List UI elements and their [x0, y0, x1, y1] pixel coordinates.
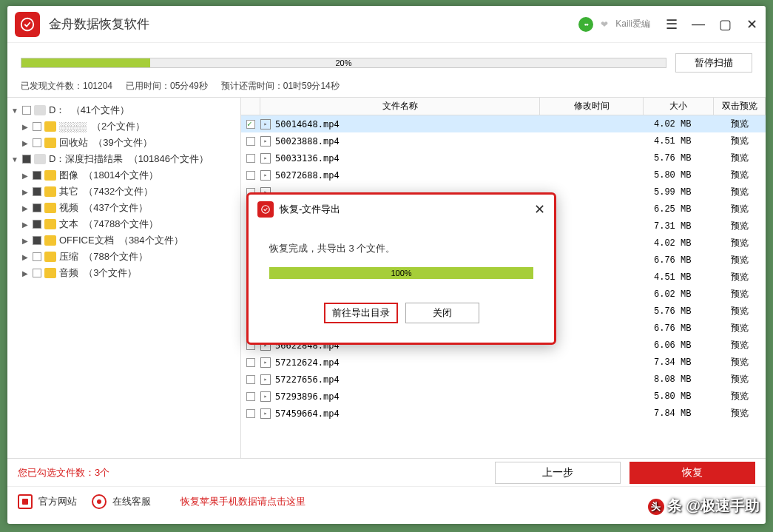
file-name: 50014648.mp4	[275, 119, 540, 129]
tree-arrow-icon[interactable]	[21, 253, 30, 261]
file-row[interactable]: ▸50033136.mp45.76 MB预览	[241, 149, 766, 166]
preview-link[interactable]: 预览	[714, 220, 766, 232]
tree-arrow-icon[interactable]	[21, 188, 30, 196]
tree-checkbox[interactable]	[33, 122, 41, 131]
menu-icon[interactable]: ☰	[665, 18, 678, 31]
header-size[interactable]: 大小	[644, 98, 714, 115]
file-checkbox[interactable]	[246, 392, 255, 401]
tree-arrow-icon[interactable]	[21, 269, 30, 277]
tree-node[interactable]: D：深度扫描结果 （101846个文件）	[10, 151, 237, 167]
preview-link[interactable]: 预览	[714, 203, 766, 215]
preview-link[interactable]: 预览	[714, 186, 766, 198]
user-name[interactable]: Kaili爱編	[615, 18, 650, 30]
header-preview[interactable]: 双击预览	[714, 98, 766, 115]
tree-checkbox[interactable]	[22, 106, 31, 115]
preview-link[interactable]: 预览	[714, 254, 766, 266]
tree-node[interactable]: 视频 （437个文件）	[10, 200, 237, 216]
maximize-icon[interactable]: ▢	[718, 18, 732, 31]
close-icon[interactable]: ✕	[745, 18, 758, 31]
preview-link[interactable]: 预览	[714, 322, 766, 334]
tree-arrow-icon[interactable]	[21, 172, 30, 180]
preview-link[interactable]: 预览	[714, 288, 766, 300]
file-checkbox[interactable]	[246, 375, 255, 384]
tree-checkbox[interactable]	[22, 155, 31, 164]
tree-arrow-icon[interactable]	[21, 237, 30, 245]
tree-arrow-icon[interactable]	[10, 155, 19, 164]
modal-close-button[interactable]: 关闭	[405, 303, 479, 323]
file-size: 6.76 MB	[644, 323, 714, 334]
tree-count: （437个文件）	[84, 201, 148, 215]
file-row[interactable]: ▸57227656.mp48.08 MB预览	[241, 371, 766, 388]
file-checkbox[interactable]	[246, 137, 255, 146]
file-checkbox[interactable]	[246, 358, 255, 367]
folder-tree[interactable]: D： （41个文件）░░░░ （2个文件）回收站 （39个文件）D：深度扫描结果…	[7, 98, 241, 458]
header-modtime[interactable]: 修改时间	[540, 98, 644, 115]
scan-progress-percent: 20%	[335, 58, 351, 67]
tree-arrow-icon[interactable]	[21, 220, 30, 229]
tree-node[interactable]: D： （41个文件）	[10, 102, 237, 118]
tree-node[interactable]: 音频 （3个文件）	[10, 265, 237, 281]
tree-checkbox[interactable]	[33, 220, 41, 229]
header-filename[interactable]: 文件名称	[260, 98, 540, 115]
preview-link[interactable]: 预览	[714, 135, 766, 147]
preview-link[interactable]: 预览	[714, 169, 766, 181]
file-row[interactable]: ▸50023888.mp44.51 MB预览	[241, 132, 766, 149]
tree-node[interactable]: 压缩 （788个文件）	[10, 249, 237, 265]
goto-export-dir-button[interactable]: 前往导出目录	[324, 303, 398, 323]
prev-step-button[interactable]: 上一步	[495, 462, 621, 484]
file-row[interactable]: ▸57293896.mp45.80 MB预览	[241, 388, 766, 405]
disk-icon	[34, 105, 46, 115]
preview-link[interactable]: 预览	[714, 305, 766, 317]
preview-link[interactable]: 预览	[714, 118, 766, 130]
modal-close-icon[interactable]: ✕	[534, 201, 545, 218]
tree-node[interactable]: 文本 （74788个文件）	[10, 216, 237, 232]
preview-link[interactable]: 预览	[714, 373, 766, 385]
tree-checkbox[interactable]	[33, 252, 41, 261]
file-size: 5.80 MB	[644, 170, 714, 181]
preview-link[interactable]: 预览	[714, 271, 766, 283]
tree-count: （384个文件）	[119, 234, 183, 247]
minimize-icon[interactable]: —	[692, 18, 705, 31]
preview-link[interactable]: 预览	[714, 390, 766, 403]
tree-checkbox[interactable]	[33, 203, 41, 212]
file-checkbox[interactable]	[246, 409, 255, 418]
file-row[interactable]: ▸50272688.mp45.80 MB预览	[241, 166, 766, 183]
tree-node[interactable]: ░░░░ （2个文件）	[10, 118, 237, 135]
tree-checkbox[interactable]	[33, 236, 41, 245]
online-support-link[interactable]: 在线客服	[92, 494, 151, 509]
preview-link[interactable]: 预览	[714, 339, 766, 351]
tree-label: 视频	[59, 201, 84, 215]
tree-checkbox[interactable]	[33, 269, 41, 277]
tree-arrow-icon[interactable]	[10, 107, 19, 115]
wechat-icon[interactable]	[578, 17, 593, 32]
tree-arrow-icon[interactable]	[21, 139, 30, 147]
preview-link[interactable]: 预览	[714, 356, 766, 368]
tree-arrow-icon[interactable]	[21, 123, 30, 131]
file-checkbox[interactable]	[246, 154, 255, 163]
tree-checkbox[interactable]	[33, 138, 41, 147]
tree-node[interactable]: OFFICE文档 （384个文件）	[10, 232, 237, 249]
pause-scan-button[interactable]: 暂停扫描	[675, 53, 752, 73]
tree-node[interactable]: 其它 （7432个文件）	[10, 183, 237, 200]
file-row[interactable]: ▸50014648.mp44.02 MB预览	[241, 115, 766, 132]
recover-button[interactable]: 恢复	[629, 462, 755, 484]
file-row[interactable]: ▸57459664.mp47.84 MB预览	[241, 405, 766, 422]
video-file-icon: ▸	[260, 119, 271, 129]
tree-node[interactable]: 图像 （18014个文件）	[10, 167, 237, 183]
tree-label: 文本	[59, 218, 84, 231]
preview-link[interactable]: 预览	[714, 407, 766, 420]
preview-link[interactable]: 预览	[714, 237, 766, 249]
tree-node[interactable]: 回收站 （39个文件）	[10, 135, 237, 151]
folder-icon	[44, 170, 56, 181]
tree-checkbox[interactable]	[33, 187, 41, 196]
file-list-header: 文件名称 修改时间 大小 双击预览	[241, 98, 766, 115]
promo-link[interactable]: 恢复苹果手机数据请点击这里	[180, 495, 306, 508]
tree-checkbox[interactable]	[33, 171, 41, 180]
tree-arrow-icon[interactable]	[21, 204, 30, 212]
file-checkbox[interactable]	[246, 171, 255, 180]
file-row[interactable]: ▸57212624.mp47.34 MB预览	[241, 354, 766, 371]
titlebar: 金舟数据恢复软件 ❤ Kaili爱編 ☰ — ▢ ✕	[7, 6, 766, 43]
preview-link[interactable]: 预览	[714, 152, 766, 164]
official-site-link[interactable]: 官方网站	[18, 494, 77, 509]
file-checkbox[interactable]	[246, 120, 255, 129]
